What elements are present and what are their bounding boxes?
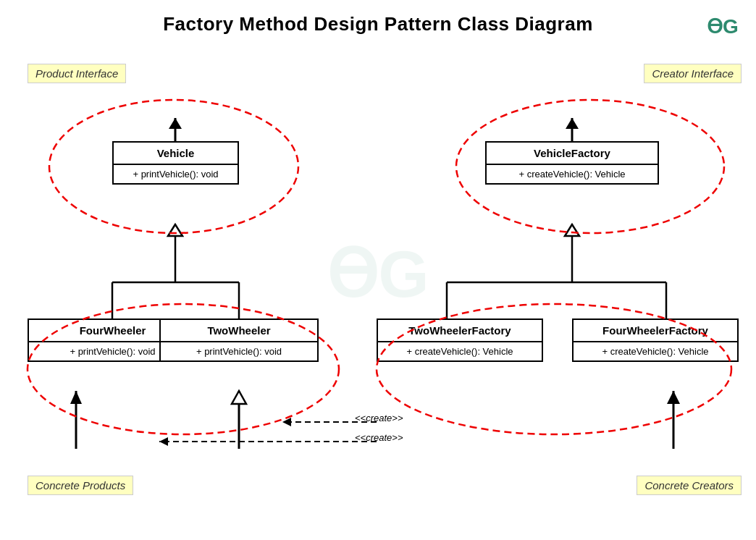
svg-marker-20: [667, 391, 680, 404]
svg-marker-16: [565, 224, 579, 236]
vehicle-factory-class-name: VehicleFactory: [487, 143, 658, 165]
svg-marker-22: [282, 418, 291, 426]
concrete-creators-label: Concrete Creators: [637, 476, 742, 495]
svg-marker-5: [168, 224, 182, 236]
svg-marker-7: [70, 391, 82, 404]
product-interface-label: Product Interface: [28, 64, 126, 83]
vehicle-class-name: Vehicle: [114, 143, 238, 165]
concrete-products-label: Concrete Products: [28, 476, 133, 495]
two-wheeler-class: TwoWheeler + printVehicle(): void: [159, 318, 319, 362]
svg-text:ϴG: ϴG: [327, 238, 429, 311]
create-label-1: <<create>>: [355, 413, 403, 423]
four-wheeler-factory-class-method: + createVehicle(): Vehicle: [574, 342, 737, 360]
svg-text:ϴG: ϴG: [707, 15, 739, 38]
two-wheeler-factory-class: TwoWheelerFactory + createVehicle(): Veh…: [377, 318, 543, 362]
two-wheeler-class-method: + printVehicle(): void: [161, 342, 317, 360]
vehicle-class: Vehicle + printVehicle(): void: [112, 141, 239, 185]
two-wheeler-factory-class-method: + createVehicle(): Vehicle: [378, 342, 542, 360]
vehicle-factory-class-method: + createVehicle(): Vehicle: [487, 165, 658, 183]
four-wheeler-factory-class: FourWheelerFactory + createVehicle(): Ve…: [572, 318, 739, 362]
vehicle-class-method: + printVehicle(): void: [114, 165, 238, 183]
vehicle-factory-class: VehicleFactory + createVehicle(): Vehicl…: [485, 141, 659, 185]
two-wheeler-class-name: TwoWheeler: [161, 320, 317, 342]
svg-marker-11: [169, 118, 182, 129]
four-wheeler-factory-class-name: FourWheelerFactory: [574, 320, 737, 342]
page-title: Factory Method Design Pattern Class Diag…: [0, 0, 756, 43]
two-wheeler-factory-class-name: TwoWheelerFactory: [378, 320, 542, 342]
svg-marker-24: [159, 437, 168, 446]
logo-icon: ϴG: [704, 13, 739, 39]
create-label-2: <<create>>: [355, 432, 403, 443]
creator-interface-label: Creator Interface: [644, 64, 742, 83]
svg-marker-18: [566, 118, 579, 129]
svg-marker-9: [232, 391, 246, 404]
